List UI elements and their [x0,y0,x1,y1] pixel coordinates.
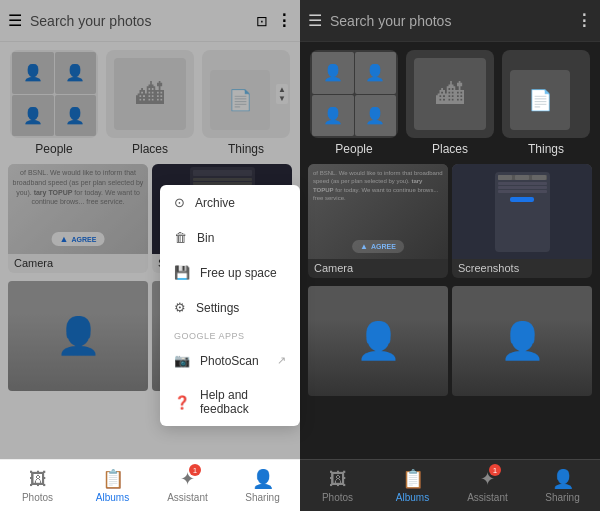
left-photos-nav-label: Photos [22,492,53,503]
right-search-bar[interactable]: Search your photos [330,7,568,35]
menu-item-help[interactable]: ❓ Help and feedback [160,378,300,426]
left-dropdown-menu: ⊙ Archive 🗑 Bin 💾 Free up space ⚙ Settin… [160,185,300,426]
right-nav-sharing[interactable]: 👤 Sharing [525,468,600,503]
menu-section-google-apps: Google Apps [160,325,300,343]
right-content: 👤 👤 👤 👤 People 🏙 Places 📄 Things [300,42,600,459]
bin-icon: 🗑 [174,230,187,245]
right-photos-icon: 🖼 [329,469,347,490]
settings-icon: ⚙ [174,300,186,315]
left-assistant-nav-label: Assistant [167,492,208,503]
right-albums-icon: 📋 [402,468,424,490]
help-icon: ❓ [174,395,190,410]
right-albums-section: of BSNL. We would like to inform that br… [304,160,596,286]
left-nav-sharing[interactable]: 👤 Sharing [225,468,300,503]
right-assistant-badge: 1 [489,464,501,476]
right-category-places[interactable]: 🏙 Places [404,50,496,156]
right-screenshots-label: Screenshots [452,259,592,278]
right-nav-sharing-wrap: 👤 [552,468,574,490]
left-nav-albums[interactable]: 📋 Albums [75,468,150,503]
right-screenshots-thumb [452,164,592,259]
left-sharing-nav-label: Sharing [245,492,279,503]
right-nav-photos[interactable]: 🖼 Photos [300,469,375,503]
left-nav-photos-wrap: 🖼 [29,469,47,490]
menu-item-free-up[interactable]: 💾 Free up space [160,255,300,290]
right-places-thumb: 🏙 [406,50,494,138]
right-avatar-1: 👤 [312,52,354,94]
right-things-thumb: 📄 [502,50,590,138]
right-avatar-3: 👤 [312,95,354,137]
right-things-photo: 📄 [510,70,570,130]
right-people-label: People [335,142,372,156]
external-link-icon: ↗ [277,354,286,367]
left-bottom-nav: 🖼 Photos 📋 Albums ✦ 1 Assistant 👤 [0,459,300,511]
right-camera-thumb: of BSNL. We would like to inform that br… [308,164,448,259]
right-search-text: Search your photos [330,13,451,29]
right-people-thumb: 👤 👤 👤 👤 [310,50,398,138]
left-panel: ☰ Search your photos ⊡ ⋮ 👤 👤 👤 👤 P [0,0,300,511]
menu-archive-label: Archive [195,196,235,210]
photoscan-icon: 📷 [174,353,190,368]
right-nav-albums[interactable]: 📋 Albums [375,468,450,503]
left-photos-icon: 🖼 [29,469,47,490]
right-category-things[interactable]: 📄 Things [500,50,592,156]
menu-photoscan-label: PhotoScan [200,354,259,368]
menu-item-settings[interactable]: ⚙ Settings [160,290,300,325]
right-assistant-nav-label: Assistant [467,492,508,503]
right-panel: ☰ Search your photos ⋮ 👤 👤 👤 👤 People [300,0,600,511]
right-places-label: Places [432,142,468,156]
right-nav-assistant[interactable]: ✦ 1 Assistant [450,468,525,503]
right-camera-label: Camera [308,259,448,278]
menu-item-bin[interactable]: 🗑 Bin [160,220,300,255]
menu-help-label: Help and feedback [200,388,286,416]
right-category-people[interactable]: 👤 👤 👤 👤 People [308,50,400,156]
left-nav-sharing-wrap: 👤 [252,468,274,490]
right-albums-row: of BSNL. We would like to inform that br… [308,164,592,278]
right-categories-row: 👤 👤 👤 👤 People 🏙 Places 📄 Things [304,42,596,160]
right-albums-nav-label: Albums [396,492,429,503]
right-person-photo-1: 👤 [308,286,448,396]
right-nav-albums-wrap: 📋 [402,468,424,490]
menu-settings-label: Settings [196,301,239,315]
right-nav-assistant-wrap: ✦ 1 [480,468,495,490]
menu-free-up-label: Free up space [200,266,277,280]
left-nav-assistant[interactable]: ✦ 1 Assistant [150,468,225,503]
right-person-photo-2: 👤 [452,286,592,396]
menu-item-photoscan[interactable]: 📷 PhotoScan ↗ [160,343,300,378]
right-bottom-nav: 🖼 Photos 📋 Albums ✦ 1 Assistant 👤 Sharin… [300,459,600,511]
right-photo-1: 👤 [308,286,448,396]
right-sharing-icon: 👤 [552,468,574,490]
right-places-inner: 🏙 [414,58,486,130]
left-albums-nav-label: Albums [96,492,129,503]
right-more-icon[interactable]: ⋮ [576,11,592,30]
left-nav-albums-wrap: 📋 [102,468,124,490]
right-album-camera[interactable]: of BSNL. We would like to inform that br… [308,164,448,278]
left-nav-assistant-wrap: ✦ 1 [180,468,195,490]
free-up-icon: 💾 [174,265,190,280]
left-albums-icon: 📋 [102,468,124,490]
right-sharing-nav-label: Sharing [545,492,579,503]
menu-bin-label: Bin [197,231,214,245]
left-nav-photos[interactable]: 🖼 Photos [0,469,75,503]
right-photo-2: 👤 [452,286,592,396]
right-avatar-2: 👤 [355,52,397,94]
archive-icon: ⊙ [174,195,185,210]
right-agree-btn: AGREE [371,243,396,250]
right-photos-nav-label: Photos [322,492,353,503]
right-nav-photos-wrap: 🖼 [329,469,347,490]
right-avatar-4: 👤 [355,95,397,137]
right-photos-row: 👤 👤 [304,286,596,396]
right-album-screenshots[interactable]: Screenshots [452,164,592,278]
right-things-label: Things [528,142,564,156]
menu-item-archive[interactable]: ⊙ Archive [160,185,300,220]
right-hamburger-icon[interactable]: ☰ [308,11,322,30]
left-sharing-icon: 👤 [252,468,274,490]
right-header: ☰ Search your photos ⋮ [300,0,600,42]
left-assistant-badge: 1 [189,464,201,476]
